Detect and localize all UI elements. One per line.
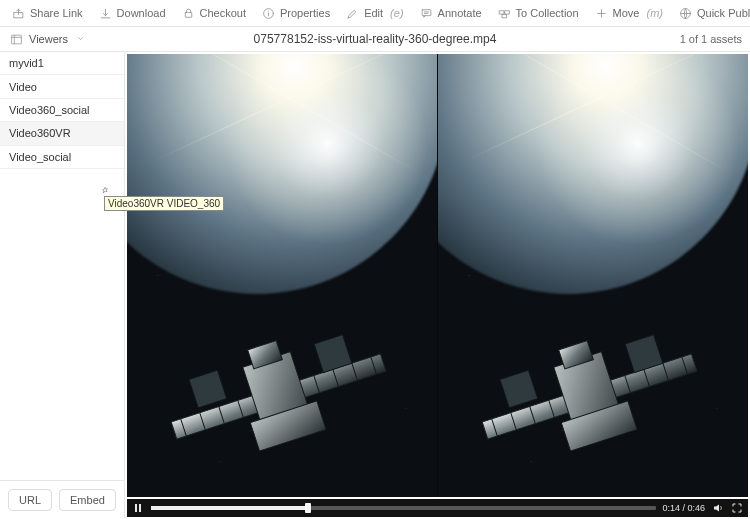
preset-item-video-social[interactable]: Video_social <box>0 146 124 169</box>
move-shortcut: (m) <box>647 7 664 19</box>
move-label: Move <box>613 7 640 19</box>
move-icon <box>595 7 608 20</box>
video-stage[interactable] <box>127 54 748 497</box>
seek-bar[interactable] <box>151 506 656 510</box>
checkout-label: Checkout <box>200 7 246 19</box>
checkout-icon <box>182 7 195 20</box>
download-icon <box>99 7 112 20</box>
annotate-button[interactable]: Annotate <box>414 4 488 23</box>
svg-rect-12 <box>12 35 22 44</box>
to-collection-button[interactable]: To Collection <box>492 4 585 23</box>
preset-label: myvid1 <box>9 57 44 69</box>
preset-item-video[interactable]: Video <box>0 75 124 98</box>
svg-rect-1 <box>185 12 192 17</box>
svg-rect-28 <box>189 370 227 408</box>
properties-button[interactable]: Properties <box>256 4 336 23</box>
chevron-down-icon <box>74 33 85 45</box>
svg-rect-4 <box>499 10 503 13</box>
edit-shortcut: (e) <box>390 7 403 19</box>
seek-fill <box>151 506 308 510</box>
move-button[interactable]: Move (m) <box>589 4 669 23</box>
download-label: Download <box>117 7 166 19</box>
to-collection-label: To Collection <box>516 7 579 19</box>
pause-icon <box>132 502 144 514</box>
asset-count: 1 of 1 assets <box>680 33 744 45</box>
annotate-icon <box>420 7 433 20</box>
fullscreen-icon <box>731 502 743 514</box>
preset-label: Video <box>9 81 37 93</box>
preset-item-video360-social[interactable]: Video360_social <box>0 99 124 122</box>
preset-label: Video_social <box>9 151 71 163</box>
quick-publish-icon <box>679 7 692 20</box>
checkout-button[interactable]: Checkout <box>176 4 252 23</box>
share-link-icon <box>12 7 25 20</box>
edit-button[interactable]: Edit (e) <box>340 4 409 23</box>
cursor-indicator <box>100 186 110 196</box>
properties-label: Properties <box>280 7 330 19</box>
svg-rect-47 <box>135 504 137 512</box>
station-graphic <box>473 317 713 487</box>
asset-filename: 075778152-iss-virtual-reality-360-degree… <box>254 32 497 46</box>
svg-rect-48 <box>139 504 141 512</box>
quick-publish-label: Quick Publish <box>697 7 750 19</box>
svg-rect-3 <box>422 9 431 15</box>
sidebar-bottom-actions: URL Embed <box>0 480 124 519</box>
properties-icon <box>262 7 275 20</box>
video-player-bar: 0:14 / 0:46 <box>127 499 748 517</box>
preset-item-video360vr[interactable]: Video360VR <box>0 122 124 145</box>
viewers-label: Viewers <box>29 33 68 45</box>
svg-rect-45 <box>500 370 538 408</box>
volume-button[interactable] <box>711 501 725 515</box>
time-display: 0:14 / 0:46 <box>662 503 705 513</box>
preset-label: Video360_social <box>9 104 90 116</box>
quick-publish-button[interactable]: Quick Publish <box>673 4 750 23</box>
preset-tooltip: Video360VR VIDEO_360 <box>104 196 224 211</box>
preset-label: Video360VR <box>9 127 71 139</box>
edit-label: Edit <box>364 7 383 19</box>
video-viewer: 0:14 / 0:46 <box>125 52 750 519</box>
preset-item-myvid1[interactable]: myvid1 <box>0 52 124 75</box>
secondary-header: Viewers 075778152-iss-virtual-reality-36… <box>0 27 750 52</box>
station-graphic <box>162 317 402 487</box>
share-link-label: Share Link <box>30 7 83 19</box>
viewers-dropdown[interactable]: Viewers <box>6 30 89 49</box>
stereo-left-eye <box>127 54 437 497</box>
edit-icon <box>346 7 359 20</box>
volume-icon <box>712 502 724 514</box>
seek-thumb[interactable] <box>305 503 311 513</box>
viewers-icon <box>10 33 23 46</box>
embed-button[interactable]: Embed <box>59 489 116 511</box>
viewer-preset-list: myvid1 Video Video360_social Video360VR … <box>0 52 124 480</box>
annotate-label: Annotate <box>438 7 482 19</box>
top-toolbar: Share Link Download Checkout Properties … <box>0 0 750 27</box>
play-pause-button[interactable] <box>131 501 145 515</box>
svg-rect-5 <box>505 10 509 13</box>
share-link-button[interactable]: Share Link <box>6 4 89 23</box>
download-button[interactable]: Download <box>93 4 172 23</box>
url-button[interactable]: URL <box>8 489 52 511</box>
viewer-preset-sidebar: myvid1 Video Video360_social Video360VR … <box>0 52 125 519</box>
fullscreen-button[interactable] <box>730 501 744 515</box>
collection-icon <box>498 7 511 20</box>
svg-rect-6 <box>502 14 506 17</box>
stereo-right-eye <box>437 54 748 497</box>
